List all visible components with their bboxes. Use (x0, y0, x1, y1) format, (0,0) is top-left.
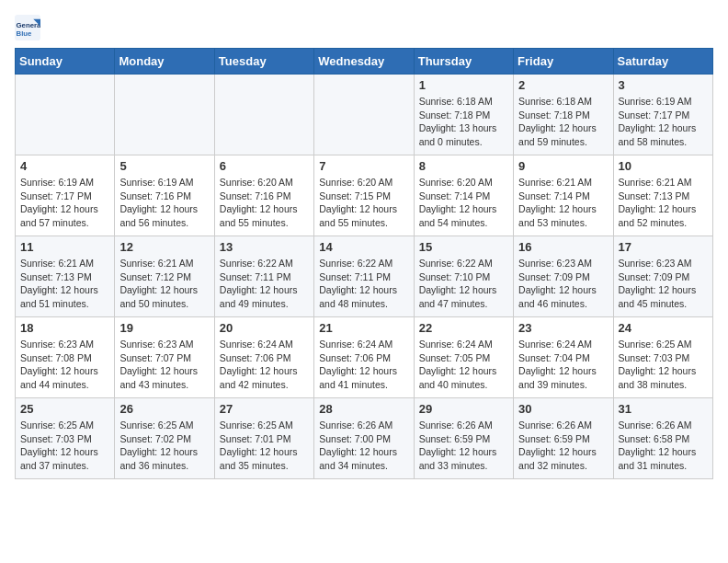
day-info: Sunrise: 6:25 AMSunset: 7:02 PMDaylight:… (119, 419, 209, 473)
day-info: Sunrise: 6:26 AMSunset: 6:59 PMDaylight:… (419, 419, 508, 473)
weekday-header: Tuesday (214, 49, 313, 75)
calendar-cell: 5Sunrise: 6:19 AMSunset: 7:16 PMDaylight… (115, 155, 214, 236)
calendar-cell (115, 75, 214, 155)
calendar-cell: 28Sunrise: 6:26 AMSunset: 7:00 PMDayligh… (314, 398, 414, 479)
day-number: 13 (220, 240, 309, 254)
calendar-cell: 23Sunrise: 6:24 AMSunset: 7:04 PMDayligh… (514, 317, 613, 398)
calendar-cell (16, 75, 115, 155)
day-number: 4 (20, 159, 109, 173)
day-info: Sunrise: 6:21 AMSunset: 7:14 PMDaylight:… (518, 176, 608, 230)
calendar-cell: 24Sunrise: 6:25 AMSunset: 7:03 PMDayligh… (613, 317, 712, 398)
calendar-cell: 1Sunrise: 6:18 AMSunset: 7:18 PMDaylight… (414, 75, 513, 155)
calendar-cell: 16Sunrise: 6:23 AMSunset: 7:09 PMDayligh… (514, 236, 613, 317)
day-number: 28 (319, 402, 408, 416)
day-info: Sunrise: 6:22 AMSunset: 7:10 PMDaylight:… (419, 257, 508, 311)
day-number: 31 (619, 402, 708, 416)
day-number: 6 (220, 159, 309, 173)
weekday-header: Friday (514, 49, 613, 75)
day-number: 1 (419, 78, 508, 92)
day-info: Sunrise: 6:25 AMSunset: 7:01 PMDaylight:… (220, 419, 309, 473)
calendar-cell: 13Sunrise: 6:22 AMSunset: 7:11 PMDayligh… (214, 236, 313, 317)
day-number: 29 (419, 402, 508, 416)
day-number: 21 (319, 321, 408, 335)
calendar-week-row: 25Sunrise: 6:25 AMSunset: 7:03 PMDayligh… (16, 398, 713, 479)
day-info: Sunrise: 6:21 AMSunset: 7:12 PMDaylight:… (119, 257, 209, 311)
logo: General Blue (15, 15, 44, 40)
calendar-cell: 20Sunrise: 6:24 AMSunset: 7:06 PMDayligh… (214, 317, 313, 398)
day-number: 3 (619, 78, 708, 92)
calendar-week-row: 18Sunrise: 6:23 AMSunset: 7:08 PMDayligh… (16, 317, 713, 398)
day-number: 2 (518, 78, 608, 92)
day-info: Sunrise: 6:25 AMSunset: 7:03 PMDaylight:… (20, 419, 109, 473)
calendar-cell: 31Sunrise: 6:26 AMSunset: 6:58 PMDayligh… (613, 398, 712, 479)
calendar-header: SundayMondayTuesdayWednesdayThursdayFrid… (16, 49, 713, 75)
day-number: 8 (419, 159, 508, 173)
calendar-cell: 21Sunrise: 6:24 AMSunset: 7:06 PMDayligh… (314, 317, 414, 398)
calendar-cell: 9Sunrise: 6:21 AMSunset: 7:14 PMDaylight… (514, 155, 613, 236)
weekday-header: Thursday (414, 49, 513, 75)
day-info: Sunrise: 6:24 AMSunset: 7:06 PMDaylight:… (319, 338, 408, 392)
calendar-cell (214, 75, 313, 155)
calendar-body: 1Sunrise: 6:18 AMSunset: 7:18 PMDaylight… (16, 75, 713, 479)
header: General Blue (15, 15, 713, 40)
calendar-cell: 6Sunrise: 6:20 AMSunset: 7:16 PMDaylight… (214, 155, 313, 236)
calendar-cell: 12Sunrise: 6:21 AMSunset: 7:12 PMDayligh… (115, 236, 214, 317)
day-number: 10 (619, 159, 708, 173)
day-info: Sunrise: 6:23 AMSunset: 7:08 PMDaylight:… (20, 338, 109, 392)
logo-icon: General Blue (15, 15, 40, 40)
day-info: Sunrise: 6:26 AMSunset: 6:59 PMDaylight:… (518, 419, 608, 473)
day-number: 17 (619, 240, 708, 254)
day-info: Sunrise: 6:23 AMSunset: 7:09 PMDaylight:… (518, 257, 608, 311)
calendar-cell: 18Sunrise: 6:23 AMSunset: 7:08 PMDayligh… (16, 317, 115, 398)
day-number: 23 (518, 321, 608, 335)
day-info: Sunrise: 6:18 AMSunset: 7:18 PMDaylight:… (419, 95, 508, 149)
calendar-cell: 7Sunrise: 6:20 AMSunset: 7:15 PMDaylight… (314, 155, 414, 236)
day-info: Sunrise: 6:22 AMSunset: 7:11 PMDaylight:… (220, 257, 309, 311)
day-number: 26 (119, 402, 209, 416)
day-number: 16 (518, 240, 608, 254)
calendar-cell: 14Sunrise: 6:22 AMSunset: 7:11 PMDayligh… (314, 236, 414, 317)
day-number: 18 (20, 321, 109, 335)
calendar-cell: 25Sunrise: 6:25 AMSunset: 7:03 PMDayligh… (16, 398, 115, 479)
day-info: Sunrise: 6:23 AMSunset: 7:07 PMDaylight:… (119, 338, 209, 392)
day-info: Sunrise: 6:21 AMSunset: 7:13 PMDaylight:… (619, 176, 708, 230)
calendar-cell: 11Sunrise: 6:21 AMSunset: 7:13 PMDayligh… (16, 236, 115, 317)
calendar-cell: 8Sunrise: 6:20 AMSunset: 7:14 PMDaylight… (414, 155, 513, 236)
day-number: 25 (20, 402, 109, 416)
calendar-cell: 4Sunrise: 6:19 AMSunset: 7:17 PMDaylight… (16, 155, 115, 236)
calendar-week-row: 4Sunrise: 6:19 AMSunset: 7:17 PMDaylight… (16, 155, 713, 236)
calendar-table: SundayMondayTuesdayWednesdayThursdayFrid… (15, 48, 713, 479)
day-info: Sunrise: 6:26 AMSunset: 6:58 PMDaylight:… (619, 419, 708, 473)
day-number: 30 (518, 402, 608, 416)
day-info: Sunrise: 6:19 AMSunset: 7:16 PMDaylight:… (119, 176, 209, 230)
day-number: 9 (518, 159, 608, 173)
calendar-cell: 3Sunrise: 6:19 AMSunset: 7:17 PMDaylight… (613, 75, 712, 155)
calendar-cell: 15Sunrise: 6:22 AMSunset: 7:10 PMDayligh… (414, 236, 513, 317)
day-info: Sunrise: 6:25 AMSunset: 7:03 PMDaylight:… (619, 338, 708, 392)
calendar-cell: 17Sunrise: 6:23 AMSunset: 7:09 PMDayligh… (613, 236, 712, 317)
day-info: Sunrise: 6:24 AMSunset: 7:04 PMDaylight:… (518, 338, 608, 392)
weekday-header: Saturday (613, 49, 712, 75)
day-number: 14 (319, 240, 408, 254)
day-info: Sunrise: 6:20 AMSunset: 7:15 PMDaylight:… (319, 176, 408, 230)
calendar-cell: 19Sunrise: 6:23 AMSunset: 7:07 PMDayligh… (115, 317, 214, 398)
day-info: Sunrise: 6:18 AMSunset: 7:18 PMDaylight:… (518, 95, 608, 149)
day-number: 15 (419, 240, 508, 254)
calendar-cell (314, 75, 414, 155)
day-number: 7 (319, 159, 408, 173)
weekday-header: Monday (115, 49, 214, 75)
day-info: Sunrise: 6:19 AMSunset: 7:17 PMDaylight:… (20, 176, 109, 230)
day-number: 27 (220, 402, 309, 416)
day-info: Sunrise: 6:20 AMSunset: 7:14 PMDaylight:… (419, 176, 508, 230)
day-number: 20 (220, 321, 309, 335)
weekday-header: Sunday (16, 49, 115, 75)
day-info: Sunrise: 6:23 AMSunset: 7:09 PMDaylight:… (619, 257, 708, 311)
day-number: 11 (20, 240, 109, 254)
day-number: 12 (119, 240, 209, 254)
day-number: 5 (119, 159, 209, 173)
day-number: 22 (419, 321, 508, 335)
calendar-cell: 22Sunrise: 6:24 AMSunset: 7:05 PMDayligh… (414, 317, 513, 398)
calendar-cell: 27Sunrise: 6:25 AMSunset: 7:01 PMDayligh… (214, 398, 313, 479)
day-info: Sunrise: 6:22 AMSunset: 7:11 PMDaylight:… (319, 257, 408, 311)
calendar-cell: 10Sunrise: 6:21 AMSunset: 7:13 PMDayligh… (613, 155, 712, 236)
